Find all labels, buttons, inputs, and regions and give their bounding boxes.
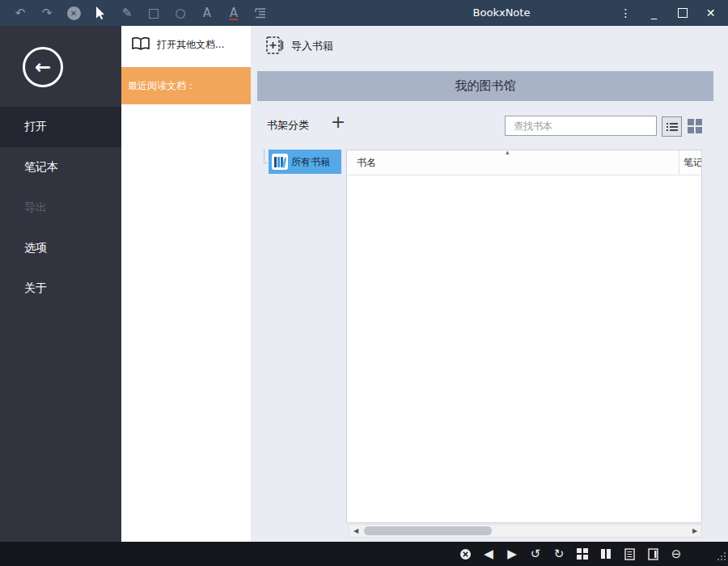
library-main: 导入书籍 我的图书馆 书架分类 + 所有书籍 xyxy=(251,26,728,542)
shelf-category-label: 书架分类 xyxy=(267,115,309,136)
statusbar: ◀ ▶ ↺ ↻ ⊖ xyxy=(0,542,728,566)
redo-icon[interactable]: ↷ xyxy=(40,5,54,21)
window-controls: ⋮ _ ✕ xyxy=(612,0,725,26)
indent-icon[interactable] xyxy=(253,5,268,21)
library-title: 我的图书馆 xyxy=(455,78,516,93)
ellipse-tool-icon[interactable]: ○ xyxy=(173,5,188,21)
rect-tool-icon[interactable]: □ xyxy=(146,5,161,21)
sidebar-menu: 打开 笔记本 导出 选项 关于 xyxy=(0,107,121,309)
document-panel: 打开其他文档... 最近阅读文档： xyxy=(121,26,251,542)
scroll-left-icon[interactable]: ◀ xyxy=(349,527,362,534)
scroll-right-icon[interactable]: ▶ xyxy=(688,527,701,534)
window-title: BookxNote xyxy=(449,0,554,26)
single-page-icon[interactable] xyxy=(622,546,637,562)
continuous-page-icon[interactable] xyxy=(645,546,660,562)
stop-circle-icon[interactable] xyxy=(458,546,472,562)
prev-page-icon[interactable]: ◀ xyxy=(481,546,496,562)
maximize-button[interactable] xyxy=(668,0,696,26)
grid-view-button[interactable] xyxy=(687,118,703,134)
sidebar-item-notebook[interactable]: 笔记本 xyxy=(0,147,121,188)
sidebar-item-label: 导出 xyxy=(24,201,47,215)
resize-grip[interactable] xyxy=(717,550,726,564)
search-input[interactable] xyxy=(505,116,657,136)
sidebar-item-export: 导出 xyxy=(0,188,121,228)
annotation-toolbar: ↶ ↷ ✕ ✎ □ ○ A A xyxy=(13,0,268,26)
column-note-count[interactable]: 笔记数 xyxy=(679,150,702,175)
scrollbar-track[interactable] xyxy=(362,525,688,537)
facing-pages-icon[interactable] xyxy=(599,546,613,562)
grid-view-icon xyxy=(688,119,702,133)
sidebar-item-options[interactable]: 选项 xyxy=(0,228,121,268)
close-button[interactable]: ✕ xyxy=(696,0,725,26)
column-book-name[interactable]: 书名 xyxy=(357,150,376,175)
sidebar-item-label: 笔记本 xyxy=(24,160,58,175)
open-other-docs-button[interactable]: 打开其他文档... xyxy=(121,26,251,63)
sidebar-item-label: 关于 xyxy=(24,281,47,296)
recent-docs-label: 最近阅读文档： xyxy=(128,79,196,93)
zoom-out-icon[interactable]: ⊖ xyxy=(669,546,684,562)
rotate-right-icon[interactable]: ↻ xyxy=(552,546,566,562)
list-view-button[interactable] xyxy=(662,116,682,137)
minimize-button[interactable]: _ xyxy=(640,0,668,26)
rotate-left-icon[interactable]: ↺ xyxy=(528,546,543,562)
maximize-icon xyxy=(678,8,688,18)
next-page-icon[interactable]: ▶ xyxy=(505,546,519,562)
all-books-label: 所有书籍 xyxy=(291,155,330,169)
horizontal-scrollbar[interactable]: ◀ ▶ xyxy=(349,524,702,538)
open-other-docs-label: 打开其他文档... xyxy=(157,38,224,52)
library-title-band: 我的图书馆 xyxy=(257,71,713,101)
sort-caret-icon[interactable]: ▴ xyxy=(506,150,510,156)
open-book-icon xyxy=(131,36,150,53)
grid-pages-icon[interactable] xyxy=(575,546,590,562)
list-view-icon xyxy=(667,122,678,132)
undo-icon[interactable]: ↶ xyxy=(13,5,28,21)
table-body xyxy=(347,175,701,523)
sidebar-item-about[interactable]: 关于 xyxy=(0,268,121,309)
tree-item-all-books[interactable]: 所有书籍 xyxy=(269,150,341,174)
back-button[interactable]: ← xyxy=(23,47,63,87)
books-table: 书名 ▴ 笔记数 xyxy=(346,150,702,523)
cursor-icon[interactable] xyxy=(93,5,108,21)
scrollbar-thumb[interactable] xyxy=(364,526,492,535)
menu-dots-icon[interactable]: ⋮ xyxy=(612,0,640,26)
pencil-icon[interactable]: ✎ xyxy=(120,5,134,21)
sidebar: ← 打开 笔记本 导出 选项 关于 xyxy=(0,26,121,542)
text-tool-icon[interactable]: A xyxy=(200,5,214,21)
import-book-icon xyxy=(264,35,285,58)
back-arrow-icon: ← xyxy=(35,56,51,78)
recent-docs-header: 最近阅读文档： xyxy=(121,67,251,104)
sidebar-item-open[interactable]: 打开 xyxy=(0,107,121,147)
close-badge-icon[interactable]: ✕ xyxy=(67,6,81,20)
titlebar: ↶ ↷ ✕ ✎ □ ○ A A BookxNote ⋮ _ ✕ xyxy=(0,0,728,26)
bookshelf-icon xyxy=(272,154,288,170)
sidebar-item-label: 选项 xyxy=(24,241,47,256)
table-header: 书名 ▴ 笔记数 xyxy=(347,150,701,175)
sidebar-item-label: 打开 xyxy=(24,120,47,134)
import-books-label: 导入书籍 xyxy=(291,39,333,53)
import-books-button[interactable]: 导入书籍 xyxy=(264,32,333,60)
underline-text-icon[interactable]: A xyxy=(230,6,238,20)
add-shelf-button[interactable]: + xyxy=(328,112,348,132)
